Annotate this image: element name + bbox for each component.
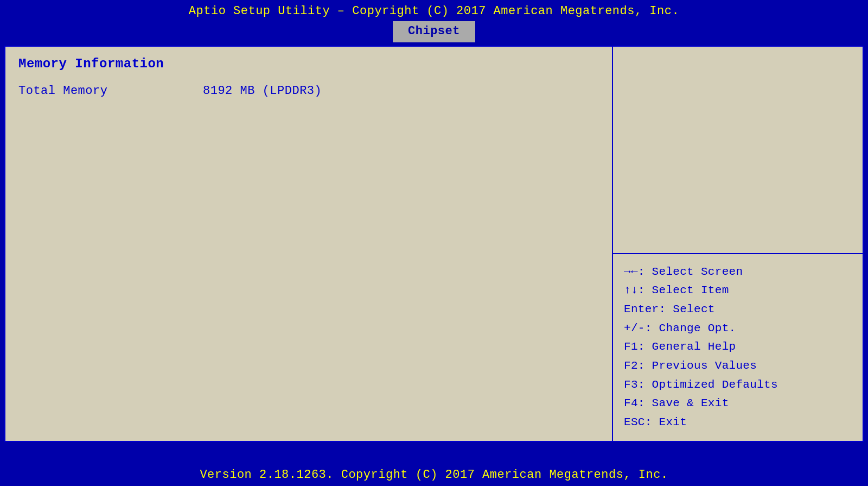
help-f1-general: F1: General Help (624, 338, 852, 357)
help-f2-previous: F2: Previous Values (624, 357, 852, 376)
memory-info-row: Total Memory 8192 MB (LPDDR3) (18, 84, 599, 98)
help-f4-save: F4: Save & Exit (624, 394, 852, 413)
help-select-item: ↑↓: Select Item (624, 281, 852, 300)
help-section: →←: Select Screen ↑↓: Select Item Enter:… (613, 254, 863, 441)
header-title: Aptio Setup Utility – Copyright (C) 2017… (0, 3, 868, 20)
chipset-tab[interactable]: Chipset (393, 21, 475, 42)
total-memory-value: 8192 MB (LPDDR3) (203, 84, 322, 98)
help-f3-optimized: F3: Optimized Defaults (624, 376, 852, 395)
help-esc-exit: ESC: Exit (624, 413, 852, 432)
main-content: Memory Information Total Memory 8192 MB … (4, 46, 864, 442)
left-panel: Memory Information Total Memory 8192 MB … (5, 47, 613, 441)
help-enter-select: Enter: Select (624, 300, 852, 319)
section-title: Memory Information (18, 56, 599, 71)
header-bar: Aptio Setup Utility – Copyright (C) 2017… (0, 0, 868, 42)
right-panel: →←: Select Screen ↑↓: Select Item Enter:… (613, 47, 863, 441)
footer-text: Version 2.18.1263. Copyright (C) 2017 Am… (200, 468, 668, 482)
right-panel-top (613, 47, 863, 253)
help-change-opt: +/-: Change Opt. (624, 319, 852, 338)
help-select-screen: →←: Select Screen (624, 263, 852, 282)
footer-bar: Version 2.18.1263. Copyright (C) 2017 Am… (0, 464, 868, 486)
total-memory-label: Total Memory (18, 84, 203, 98)
